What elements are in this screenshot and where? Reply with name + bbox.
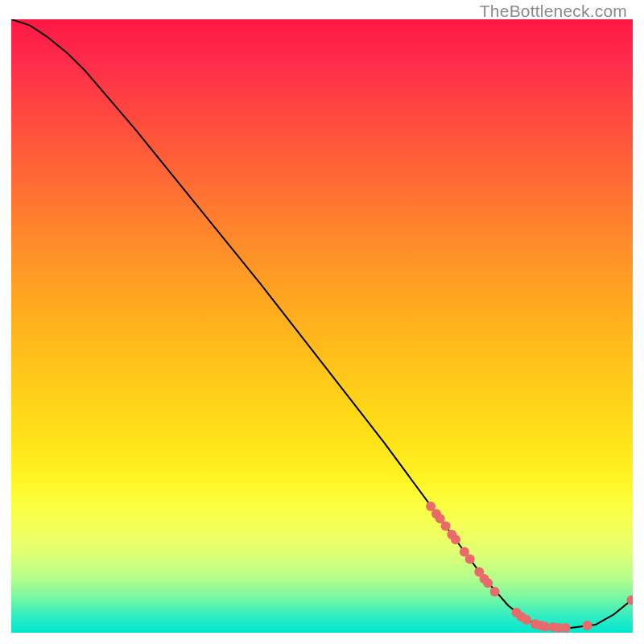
data-point [522,615,531,625]
data-point [465,555,475,564]
bottleneck-curve [11,19,633,628]
data-points-group [426,502,633,633]
data-point [583,621,592,630]
attribution-text: TheBottleneck.com [480,2,627,21]
data-point [441,521,451,530]
data-point [561,623,571,633]
data-point [483,578,493,588]
data-point [490,587,500,597]
chart-overlay-svg [11,19,633,633]
bottleneck-chart [11,19,633,633]
data-point [451,535,460,544]
